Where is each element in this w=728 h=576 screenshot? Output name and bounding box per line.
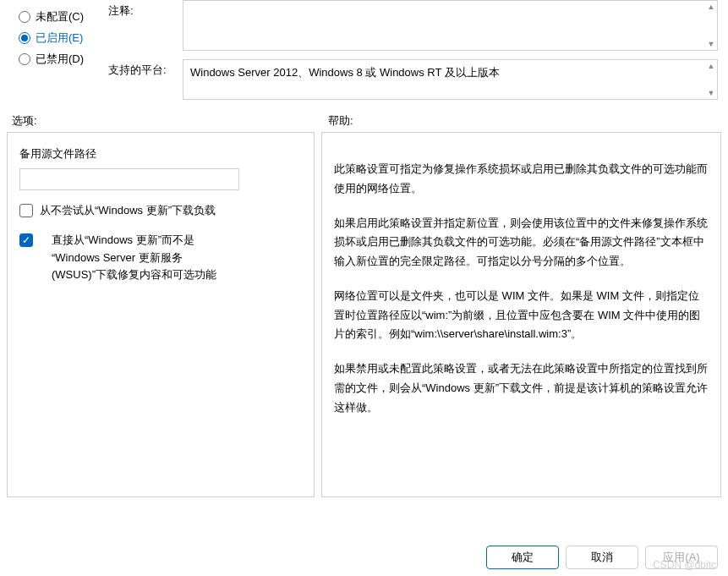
platform-display: Windows Server 2012、Windows 8 或 Windows … <box>183 59 718 100</box>
state-radio-group: 未配置(C) 已启用(E) 已禁用(D) <box>7 0 108 108</box>
radio-label: 未配置(C) <box>36 9 84 25</box>
radio-label: 已启用(E) <box>36 30 83 46</box>
checkbox-icon: ✓ <box>19 233 33 247</box>
checkbox-icon <box>19 204 33 217</box>
help-section-label: 帮助: <box>328 113 353 129</box>
radio-icon <box>19 53 30 65</box>
path-label: 备用源文件路径 <box>19 146 302 162</box>
comment-label: 注释: <box>108 0 183 19</box>
help-paragraph: 网络位置可以是文件夹，也可以是 WIM 文件。如果是 WIM 文件，则指定位置时… <box>334 287 709 344</box>
cancel-button[interactable]: 取消 <box>566 546 638 569</box>
scrollbar-icon[interactable]: ▲▼ <box>707 3 715 48</box>
ok-button[interactable]: 确定 <box>486 546 559 569</box>
radio-enabled[interactable]: 已启用(E) <box>19 30 108 46</box>
options-panel: 备用源文件路径 从不尝试从“Windows 更新”下载负载 ✓ 直接从“Wind… <box>7 132 315 497</box>
help-paragraph: 此策略设置可指定为修复操作系统损坏或启用已删除其负载文件的可选功能而使用的网络位… <box>334 160 709 199</box>
path-input[interactable] <box>19 168 239 190</box>
radio-disabled[interactable]: 已禁用(D) <box>19 52 108 67</box>
checkbox-label: 从不尝试从“Windows 更新”下载负载 <box>40 202 216 220</box>
radio-label: 已禁用(D) <box>36 52 84 67</box>
comment-input[interactable]: ▲▼ <box>183 0 718 51</box>
checkbox-label: 直接从“Windows 更新”而不是 “Windows Server 更新服务 … <box>40 232 216 284</box>
options-section-label: 选项: <box>7 113 328 129</box>
radio-icon <box>19 32 30 44</box>
radio-icon <box>19 11 30 23</box>
button-bar: 确定 取消 应用(A) <box>486 546 718 569</box>
checkbox-wsus-direct[interactable]: ✓ 直接从“Windows 更新”而不是 “Windows Server 更新服… <box>19 232 302 284</box>
help-paragraph: 如果禁用或未配置此策略设置，或者无法在此策略设置中所指定的位置找到所需的文件，则… <box>334 359 709 417</box>
radio-not-configured[interactable]: 未配置(C) <box>19 9 108 25</box>
help-panel: 此策略设置可指定为修复操作系统损坏或启用已删除其负载文件的可选功能而使用的网络位… <box>321 132 721 497</box>
help-paragraph: 如果启用此策略设置并指定新位置，则会使用该位置中的文件来修复操作系统损坏或启用已… <box>334 214 709 272</box>
platform-label: 支持的平台: <box>108 59 183 78</box>
scrollbar-icon[interactable]: ▲▼ <box>707 62 715 97</box>
apply-button: 应用(A) <box>645 546 718 569</box>
checkbox-no-windows-update[interactable]: 从不尝试从“Windows 更新”下载负载 <box>19 202 302 220</box>
